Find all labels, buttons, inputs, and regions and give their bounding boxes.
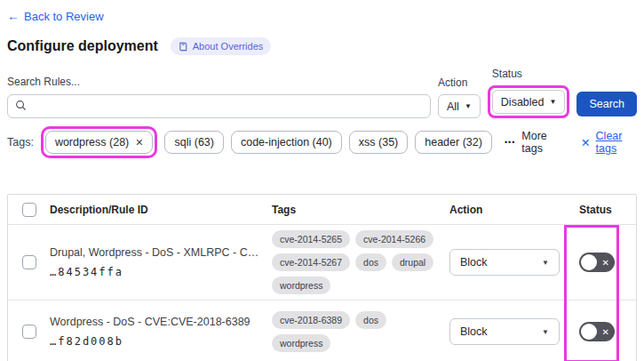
col-header-action: Action: [449, 204, 567, 216]
table-body: Drupal, Wordpress - DoS - XMLRPC - CVE:C…: [8, 225, 636, 361]
rule-tag-badge: wordpress: [272, 277, 330, 294]
tags-bar: Tags: wordpress (28) ✕ sqli (63)code-inj…: [7, 126, 637, 158]
action-select[interactable]: Block▼: [449, 249, 560, 276]
rule-tag-badge: cve-2014-5267: [272, 253, 350, 271]
page-title: Configure deployment: [7, 38, 158, 54]
rule-description: Drupal, Wordpress - DoS - XMLRPC - CVE:C…: [50, 246, 259, 259]
chevron-down-icon: ▼: [542, 259, 549, 267]
action-select[interactable]: Block▼: [449, 318, 560, 345]
table-row: Wordpress - DoS - CVE:CVE-2018-6389…f82d…: [8, 301, 636, 361]
status-filter-value: Disabled: [501, 96, 545, 108]
close-icon[interactable]: ✕: [135, 137, 143, 148]
search-rules-label: Search Rules...: [7, 76, 431, 88]
action-filter-value: All: [447, 100, 459, 113]
row-checkbox[interactable]: [22, 255, 36, 269]
tag-filter-pill[interactable]: code-injection (40): [231, 131, 342, 154]
tag-filter-pill[interactable]: header (32): [415, 131, 492, 154]
search-rules-input[interactable]: [32, 100, 423, 113]
rule-id: …84534ffa: [50, 266, 259, 278]
chevron-down-icon: ▼: [542, 328, 549, 336]
filter-bar: Search Rules... Action All ▼ Status Disa…: [7, 68, 637, 118]
status-filter-select[interactable]: Disabled ▼: [492, 90, 566, 114]
chevron-down-icon: ▼: [465, 102, 472, 110]
about-badge-label: About Overrides: [193, 41, 263, 52]
rule-description: Wordpress - DoS - CVE:CVE-2018-6389: [50, 316, 259, 328]
rule-tag-badge: cve-2014-5266: [355, 230, 433, 248]
tag-filter-wordpress[interactable]: wordpress (28) ✕: [45, 131, 154, 154]
tags-bar-label: Tags:: [7, 136, 34, 148]
more-tags-button[interactable]: ••• More tags: [505, 130, 561, 155]
search-button[interactable]: Search: [576, 92, 637, 116]
rule-tag-badge: dos: [355, 311, 386, 329]
toggle-knob: [581, 324, 597, 340]
row-checkbox[interactable]: [22, 325, 36, 339]
selected-tag-highlight: wordpress (28) ✕: [41, 126, 158, 158]
back-to-review-link[interactable]: ← Back to Review: [7, 9, 104, 23]
toggle-off-icon: ✕: [602, 327, 609, 337]
toggle-knob: [581, 254, 597, 270]
col-header-status: Status: [567, 204, 636, 216]
action-select-value: Block: [460, 325, 488, 338]
table-header-row: Description/Rule ID Tags Action Status: [8, 195, 636, 225]
rule-tag-badge: cve-2014-5265: [272, 230, 350, 248]
tag-filter-pill[interactable]: sqli (63): [164, 131, 223, 154]
search-icon: [15, 99, 27, 115]
heading-row: Configure deployment About Overrides: [7, 37, 637, 55]
search-group: Search Rules...: [7, 76, 431, 118]
rule-tag-badge: dos: [355, 253, 386, 271]
configure-deployment-page: ← Back to Review Configure deployment Ab…: [0, 0, 644, 361]
clear-icon: ✕: [581, 136, 590, 149]
col-header-tags: Tags: [272, 204, 449, 216]
action-filter-select[interactable]: All ▼: [438, 94, 481, 118]
back-arrow-icon: ←: [7, 9, 20, 23]
more-tags-label: More tags: [521, 130, 561, 155]
tag-pill-list: sqli (63)code-injection (40)xss (35)head…: [164, 131, 491, 154]
clear-tags-button[interactable]: ✕ Clear tags: [581, 130, 637, 155]
status-filter-label: Status: [492, 68, 570, 80]
tag-filter-label: wordpress (28): [55, 136, 129, 148]
back-link-label: Back to Review: [24, 10, 104, 23]
ellipsis-icon: •••: [505, 138, 515, 147]
status-toggle[interactable]: ✕: [579, 322, 615, 341]
status-filter: Status Disabled ▼: [488, 68, 570, 118]
rule-tag-badge: cve-2018-6389: [272, 311, 350, 329]
select-all-checkbox[interactable]: [22, 203, 36, 217]
status-filter-highlight: Disabled ▼: [488, 85, 570, 118]
rule-id: …f82d008b: [50, 335, 259, 348]
action-filter-label: Action: [438, 76, 481, 89]
chevron-down-icon: ▼: [549, 98, 556, 106]
book-icon: [179, 42, 188, 52]
rule-tag-badge: wordpress: [272, 334, 330, 352]
rule-tag-badge: drupal: [392, 253, 433, 271]
toggle-off-icon: ✕: [602, 258, 609, 268]
rules-table: Description/Rule ID Tags Action Status D…: [7, 194, 637, 361]
table-row: Drupal, Wordpress - DoS - XMLRPC - CVE:C…: [8, 225, 636, 301]
col-header-description: Description/Rule ID: [50, 204, 272, 216]
clear-tags-label: Clear tags: [596, 130, 637, 155]
tag-filter-pill[interactable]: xss (35): [349, 131, 408, 154]
search-box: [7, 94, 431, 118]
action-select-value: Block: [460, 256, 488, 269]
about-overrides-badge[interactable]: About Overrides: [171, 37, 271, 55]
action-filter: Action All ▼: [438, 76, 481, 118]
status-toggle[interactable]: ✕: [579, 253, 615, 272]
